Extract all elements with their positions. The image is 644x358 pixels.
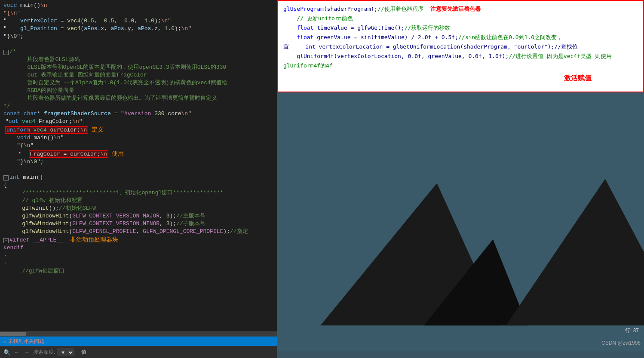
annot-line-2: // 更新uniform颜色 [283, 14, 638, 23]
annot-bottom-title: 激活赋值 [564, 74, 592, 83]
code-text: glfwWindowHint(GLFW_OPENGL_PROFILE, GLFW… [9, 228, 275, 236]
search-depth-label: 搜索深度: [33, 349, 55, 356]
annot-line-6: glUniform4f(vertexColorLocation, 0.0f, g… [283, 52, 638, 70]
code-line: out 表示输出变量 四维向量的变量FragColor [0, 71, 277, 79]
line-info: 行: 37 [625, 327, 639, 334]
code-line: // glfw 初始化和配置 [0, 197, 277, 205]
annotation-use: 使用 [112, 150, 124, 157]
code-line: " gl_Position = vec4(aPos.x, aPos.y, aPo… [0, 25, 277, 33]
code-line: /***************************1、初始化opengl窗… [0, 189, 277, 197]
code-text: " FragColor = ourColor;\n使用 [5, 150, 275, 158]
code-line: -int main() [0, 174, 277, 181]
code-line [0, 40, 277, 48]
code-text: //glfw创建窗口 [9, 267, 275, 275]
code-text: · [3, 252, 275, 260]
nav-forward-button[interactable]: → [23, 349, 31, 356]
code-line: glfwWindowHint(GLFW_CONTEXT_VERSION_MINO… [0, 220, 277, 228]
horizontal-scrollbar[interactable] [0, 331, 277, 337]
triangle-scene [277, 86, 644, 358]
annotation-content: glUseProgram(shaderProgram);//使用着色器程序 注意… [283, 4, 638, 70]
code-text: // glfw 初始化和配置 [9, 197, 275, 205]
fold-icon-ifdef[interactable]: - [3, 238, 9, 243]
error-icon: ⚠ [3, 338, 6, 345]
code-line: const char* fragmentShaderSource = "#ver… [0, 110, 277, 118]
code-text: RGBA的四分量向量 [17, 87, 275, 95]
code-line: "out vec4 FragColor;\n"| [0, 118, 277, 125]
status-bar: ⚠ 未找到相关问题 [0, 337, 277, 346]
search-depth-select[interactable]: ▼ [57, 349, 74, 356]
code-line: void main()\n" [0, 134, 277, 142]
code-text: " vertexColor = vec4(0.5, 0.5, 0.0, 1.0)… [3, 17, 275, 25]
annot-line-1: glUseProgram(shaderProgram);//使用着色器程序 注意… [283, 4, 638, 14]
code-line: · [0, 252, 277, 260]
code-line: RGBA的四分量向量 [0, 87, 277, 95]
right-panel: glUseProgram(shaderProgram);//使用着色器程序 注意… [277, 0, 644, 358]
code-line: glfwInit();//初始化GLFW [0, 205, 277, 212]
highlight-red-frag: FragColor = ourColor;\n [29, 150, 108, 158]
code-text: void main()\n" [3, 134, 275, 142]
code-content: void main()\n "{\n" " vertexColor = vec4… [0, 0, 277, 331]
annot-line-5: 置 int vertexColorLocation = glGetUniform… [283, 42, 638, 52]
code-line: */ [0, 102, 277, 110]
code-line: 片段着色器所做的是计算像素最后的颜色输出。为了让事情更简单暂时自定义 [0, 95, 277, 102]
annot-line-4: float greenValue = sin(timeValue) / 2.0f… [283, 33, 638, 42]
code-text: "}\n\0"; [3, 158, 275, 166]
code-text: glfwWindowHint(GLFW_CONTEXT_VERSION_MINO… [9, 220, 275, 228]
code-text: { [3, 181, 275, 189]
code-text: 片段着色器GLSL源码 [17, 56, 275, 64]
code-text: #endif [3, 244, 275, 252]
code-editor: void main()\n "{\n" " vertexColor = vec4… [0, 0, 277, 358]
code-text: 片段着色器所做的是计算像素最后的颜色输出。为了让事情更简单暂时自定义 [17, 95, 275, 102]
search-area: 🔍 ← → 搜索深度: ▼ [3, 349, 74, 356]
code-text: GLSL版本号和OpenGL的版本是匹配的，使用openGL3.3版本则使用GL… [17, 64, 275, 71]
scrollbar-thumb[interactable] [0, 332, 26, 336]
annot-red-label: 注意要先激活着色器 [430, 6, 481, 12]
code-text: "{\n" [3, 9, 275, 17]
main-area: void main()\n "{\n" " vertexColor = vec4… [0, 0, 644, 358]
annotation-define: 定义 [92, 126, 104, 133]
code-line: "}\0"; [0, 33, 277, 40]
status-error: ⚠ 未找到相关问题 [3, 338, 44, 345]
annotation-panel: glUseProgram(shaderProgram);//使用着色器程序 注意… [277, 0, 644, 92]
error-text: 未找到相关问题 [8, 338, 44, 345]
opengl-window: LearnOpenGL — □ ✕ [277, 73, 644, 358]
highlight-red-uniform: uniform vec4 ourColor;\n [5, 126, 88, 134]
code-text: "}\0"; [3, 33, 275, 40]
fold-icon[interactable]: - [3, 50, 9, 55]
code-line: "}\n\0"; [0, 158, 277, 166]
code-line: 片段着色器GLSL源码 [0, 56, 277, 64]
code-line: -#ifdef __APPLE__ 非活动预处理器块 [0, 236, 277, 244]
code-line: glfwWindowHint(GLFW_OPENGL_PROFILE, GLFW… [0, 228, 277, 236]
code-text: */ [3, 102, 275, 110]
code-text: /***************************1、初始化opengl窗… [9, 189, 275, 197]
fold-icon-main[interactable]: - [3, 175, 9, 181]
annotation-ifdef: 非活动预处理器块 [67, 236, 118, 243]
watermark: CSDN @zw1996 [601, 340, 641, 346]
code-text: " gl_Position = vec4(aPos.x, aPos.y, aPo… [3, 25, 275, 33]
opengl-canvas [277, 86, 644, 358]
code-line [0, 166, 277, 174]
code-line: { [0, 181, 277, 189]
bottom-toolbar: 🔍 ← → 搜索深度: ▼ 值 [0, 346, 277, 358]
code-text: out 表示输出变量 四维向量的变量FragColor [17, 71, 275, 79]
nav-back-button[interactable]: ← [12, 349, 21, 356]
code-text: -int main() [3, 174, 275, 181]
code-line: "{\n" [0, 142, 277, 150]
code-line: " FragColor = ourColor;\n使用 [0, 150, 277, 158]
code-text: const char* fragmentShaderSource = "#ver… [3, 110, 275, 118]
code-text: "out vec4 FragColor;\n"| [5, 118, 275, 125]
search-button[interactable]: 🔍 [3, 349, 11, 356]
code-text: glfwWindowHint(GLFW_CONTEXT_VERSION_MAJO… [9, 212, 275, 220]
code-text: -/* [3, 48, 275, 56]
annot-line-3: float timeValue = glfwGetTime();//获取运行的秒… [283, 23, 638, 33]
code-line: void main()\n [0, 2, 277, 9]
value-label: 值 [81, 349, 86, 356]
code-text: "{\n" [3, 142, 275, 150]
code-text: uniform vec4 ourColor;\n定义 [5, 125, 275, 134]
code-line: "{\n" [0, 9, 277, 17]
code-text: void main()\n [3, 2, 275, 9]
code-line: GLSL版本号和OpenGL的版本是匹配的，使用openGL3.3版本则使用GL… [0, 64, 277, 71]
code-text: · [3, 260, 275, 267]
code-line: " vertexColor = vec4(0.5, 0.5, 0.0, 1.0)… [0, 17, 277, 25]
code-line: glfwWindowHint(GLFW_CONTEXT_VERSION_MAJO… [0, 212, 277, 220]
